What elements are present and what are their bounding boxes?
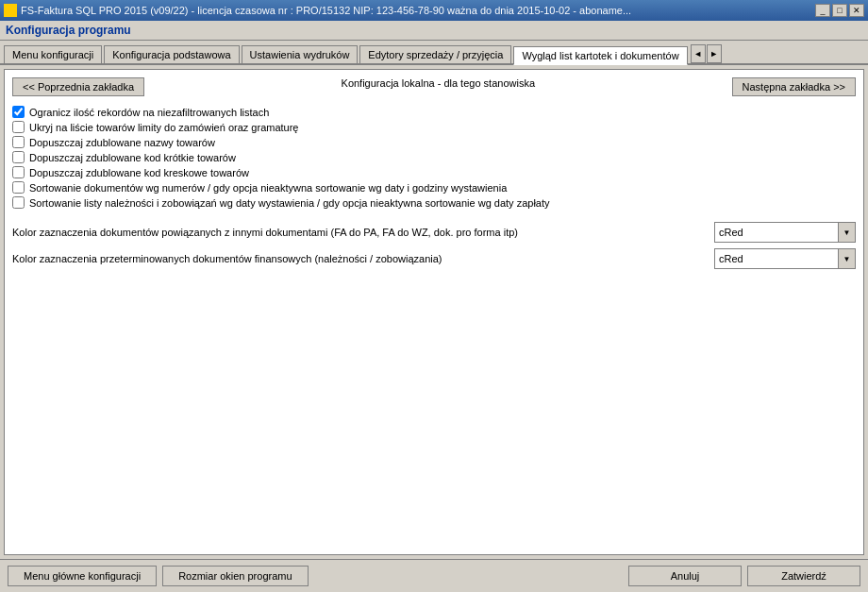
- app-icon: [4, 4, 17, 17]
- color-value-1: cRed: [715, 225, 838, 240]
- color-value-2: cRed: [715, 251, 838, 266]
- color-select-2[interactable]: cRed ▼: [714, 248, 856, 269]
- checkbox-7[interactable]: [12, 196, 25, 209]
- window-header: Konfiguracja programu: [0, 21, 868, 41]
- tab-menu-konfig[interactable]: Menu konfiguracji: [4, 45, 102, 63]
- checkbox-row-6: Sortowanie dokumentów wg numerów / gdy o…: [12, 181, 856, 194]
- zatwierdz-button[interactable]: Zatwierdź: [747, 566, 860, 586]
- checkbox-label-4: Dopuszczaj zdublowane kod krótkie towaró…: [29, 152, 236, 163]
- color-dropdown-arrow-2[interactable]: ▼: [838, 249, 855, 268]
- content-area: << Poprzednia zakładka Konfiguracja loka…: [4, 69, 864, 555]
- tab-wyglad-list[interactable]: Wygląd list kartotek i dokumentów: [513, 46, 687, 65]
- color-dropdown-arrow-1[interactable]: ▼: [838, 223, 855, 242]
- checkbox-2[interactable]: [12, 121, 25, 133]
- close-button[interactable]: ✕: [849, 4, 864, 17]
- checkbox-label-5: Dopuszczaj zdublowane kod kreskowe towar…: [29, 167, 249, 178]
- rozmiar-okien-button[interactable]: Rozmiar okien programu: [162, 566, 308, 586]
- color-row-1: Kolor zaznaczenia dokumentów powiązanych…: [12, 222, 856, 243]
- checkbox-row-1: Ogranicz ilość rekordów na niezafiltrowa…: [12, 106, 856, 118]
- maximize-button[interactable]: □: [832, 4, 847, 17]
- checkbox-label-7: Sortowanie listy należności i zobowiązań…: [29, 197, 550, 209]
- tab-konfig-podstawowa[interactable]: Konfiguracja podstawowa: [104, 45, 239, 63]
- color-row-2: Kolor zaznaczenia przeterminowanych doku…: [12, 248, 856, 269]
- subtitle: Konfiguracja lokalna - dla tego stanowis…: [342, 77, 535, 96]
- tab-next-button[interactable]: ►: [707, 44, 722, 63]
- color-select-1[interactable]: cRed ▼: [714, 222, 856, 243]
- checkbox-row-3: Dopuszczaj zdublowane nazwy towarów: [12, 136, 856, 148]
- tab-edytory-sprzedazy[interactable]: Edytory sprzedaży / przyjęcia: [359, 45, 511, 63]
- minimize-button[interactable]: _: [815, 4, 830, 17]
- checkbox-label-1: Ogranicz ilość rekordów na niezafiltrowa…: [29, 107, 269, 118]
- tab-prev-button[interactable]: ◄: [691, 44, 706, 63]
- footer-right: Anuluj Zatwierdź: [628, 566, 860, 586]
- prev-tab-button[interactable]: << Poprzednia zakładka: [12, 77, 144, 96]
- checkbox-1[interactable]: [12, 106, 25, 118]
- checkbox-label-6: Sortowanie dokumentów wg numerów / gdy o…: [29, 182, 507, 194]
- tabs-bar: Menu konfiguracji Konfiguracja podstawow…: [0, 41, 868, 65]
- checkbox-row-4: Dopuszczaj zdublowane kod krótkie towaró…: [12, 151, 856, 163]
- next-tab-button[interactable]: Następna zakładka >>: [732, 77, 856, 96]
- window-controls: _ □ ✕: [815, 4, 864, 17]
- menu-glowne-button[interactable]: Menu główne konfiguracji: [8, 566, 157, 586]
- color-label-1: Kolor zaznaczenia dokumentów powiązanych…: [12, 227, 707, 238]
- footer: Menu główne konfiguracji Rozmiar okien p…: [0, 559, 868, 592]
- checkbox-4[interactable]: [12, 151, 25, 163]
- checkbox-row-5: Dopuszczaj zdublowane kod kreskowe towar…: [12, 166, 856, 178]
- main-window: Konfiguracja programu Menu konfiguracji …: [0, 21, 868, 592]
- nav-row: << Poprzednia zakładka Konfiguracja loka…: [12, 77, 856, 96]
- checkbox-row-2: Ukryj na liście towarów limity do zamówi…: [12, 121, 856, 133]
- window-title: Konfiguracja programu: [6, 24, 131, 37]
- color-section: Kolor zaznaczenia dokumentów powiązanych…: [12, 222, 856, 269]
- checkbox-6[interactable]: [12, 181, 25, 194]
- tab-ustawienia-wydrukow[interactable]: Ustawienia wydruków: [242, 45, 359, 63]
- title-bar: FS-Faktura SQL PRO 2015 (v09/22) - licen…: [0, 0, 868, 21]
- checkbox-label-3: Dopuszczaj zdublowane nazwy towarów: [29, 137, 215, 148]
- checkbox-5[interactable]: [12, 166, 25, 178]
- footer-left: Menu główne konfiguracji Rozmiar okien p…: [8, 566, 309, 586]
- title-text: FS-Faktura SQL PRO 2015 (v09/22) - licen…: [21, 5, 815, 16]
- checkbox-row-7: Sortowanie listy należności i zobowiązań…: [12, 196, 856, 209]
- anuluj-button[interactable]: Anuluj: [628, 566, 742, 586]
- color-label-2: Kolor zaznaczenia przeterminowanych doku…: [12, 253, 707, 264]
- checkbox-label-2: Ukryj na liście towarów limity do zamówi…: [29, 122, 298, 133]
- checkboxes-section: Ogranicz ilość rekordów na niezafiltrowa…: [12, 106, 856, 209]
- checkbox-3[interactable]: [12, 136, 25, 148]
